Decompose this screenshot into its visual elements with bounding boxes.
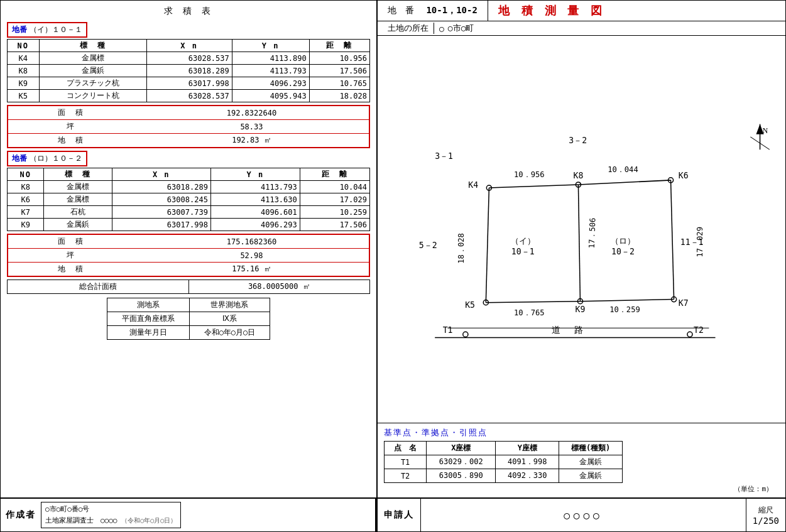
table-row: 17.506 [309, 65, 369, 77]
table-row: K9 [8, 219, 44, 231]
location-value: ○ ○市○町 [439, 23, 474, 34]
table-row: K8 [8, 65, 40, 77]
col-xn: X n [146, 40, 232, 52]
col-type-b: 標 種 [44, 168, 112, 181]
col-no: NO [8, 40, 40, 52]
table-row: 63028.537 [146, 90, 232, 102]
svg-text:10．044: 10．044 [608, 165, 638, 174]
list-item: 63005．890 [427, 469, 496, 483]
svg-line-7 [671, 180, 674, 300]
svg-text:（イ）: （イ） [511, 236, 535, 246]
parcel-a-label: 地番 [12, 24, 27, 35]
svg-text:18．028: 18．028 [457, 233, 466, 264]
table-row: 金属鋲 [44, 219, 112, 231]
table-row: 4113.793 [210, 181, 300, 193]
coord-system-table: 測地系 世界測地系 平面直角座標系 Ⅸ系 測量年月日 令和○年○月○日 [107, 298, 270, 340]
svg-line-10 [578, 185, 580, 301]
tsubo-label-a: 坪 [8, 120, 134, 134]
chiseki-value-a: 192.83 ㎡ [134, 134, 369, 148]
table-row: 金属標 [44, 193, 112, 206]
col-yn: Y n [232, 40, 309, 52]
svg-text:10．765: 10．765 [514, 308, 545, 317]
col-dist: 距 離 [309, 40, 369, 52]
table-row: 石杭 [44, 206, 112, 219]
ref-col-name: 点 名 [385, 442, 427, 455]
svg-point-20 [687, 332, 692, 337]
table-row: 17.029 [300, 193, 369, 206]
table-row: 4095.943 [232, 90, 309, 102]
scale-value: 1/250 [753, 516, 779, 526]
coord-row2-label: 平面直角座標系 [107, 312, 190, 326]
parcel-b-label: 地番 [12, 153, 27, 164]
scale-label: 縮尺 [758, 505, 773, 516]
list-item: 金属鋲 [559, 455, 623, 469]
table-row: K6 [8, 193, 44, 206]
svg-text:K7: K7 [679, 298, 689, 308]
coord-row1-value: 世界測地系 [189, 298, 270, 312]
svg-text:10．956: 10．956 [514, 170, 545, 179]
table-row: 17.506 [300, 219, 369, 231]
table-row: 63017.998 [112, 219, 210, 231]
svg-text:17．506: 17．506 [587, 217, 598, 248]
table-row: 18.028 [309, 90, 369, 102]
table-row: 4113.890 [232, 52, 309, 65]
ref-points-table: 点 名 X座標 Y座標 標種(種類) T163029．0024091．998金属… [384, 441, 623, 483]
applicant-value: ○○○○ [421, 499, 746, 531]
svg-text:K4: K4 [468, 180, 478, 190]
svg-text:（ロ）: （ロ） [611, 236, 635, 246]
total-label: 総合計面積 [8, 280, 189, 294]
table-row: 4096.601 [210, 206, 300, 219]
table-row: 10.956 [309, 52, 369, 65]
header-title: 地 積 測 量 図 [498, 3, 604, 18]
coord-row3-value: 令和○年○月○日 [189, 326, 270, 340]
menseki-value-b: 175.1682360 [134, 235, 369, 249]
list-item: T1 [385, 455, 427, 469]
table-row: プラスチック杭 [39, 77, 146, 90]
creator-address2: 土地家屋調査士 ○○○○ （令和○年○月○日） [45, 515, 177, 526]
svg-text:17．029: 17．029 [696, 227, 704, 258]
parcel-a-table: NO 標 種 X n Y n 距 離 K4金属標63028.5374113.89… [7, 39, 370, 102]
parcel-b-chiban: （ロ）１０－２ [30, 153, 82, 164]
svg-text:N: N [763, 126, 768, 135]
table-row: 金属標 [39, 52, 146, 65]
table-row: 金属鋲 [39, 65, 146, 77]
chiseki-label-a: 地 積 [8, 134, 134, 148]
coord-row3-label: 測量年月日 [107, 326, 190, 340]
creator-label: 作成者 [6, 509, 36, 521]
list-item: 4092．330 [496, 469, 559, 483]
menseki-label-b: 面 積 [8, 235, 134, 249]
col-yn-b: Y n [210, 168, 300, 181]
ref-col-type: 標種(種類) [559, 442, 623, 455]
svg-text:5－2: 5－2 [419, 241, 437, 250]
menseki-label-a: 面 積 [8, 106, 134, 120]
chiseki-label-b: 地 積 [8, 263, 134, 276]
col-no-b: NO [8, 168, 44, 181]
table-row: 4096.293 [210, 219, 300, 231]
table-row: K9 [8, 77, 40, 90]
col-dist-b: 距 離 [300, 168, 369, 181]
svg-text:道　路: 道 路 [552, 325, 586, 335]
table-row: 63018.289 [112, 181, 210, 193]
table-row: 10.765 [309, 77, 369, 90]
total-table: 総合計面積 368.0005000 ㎡ [7, 280, 370, 294]
svg-text:K5: K5 [465, 300, 475, 310]
table-row: K5 [8, 90, 40, 102]
parcel-b-summary: 面 積 175.1682360 坪 52.98 地 積 175.16 ㎡ [7, 234, 370, 277]
table-row: 63018.289 [146, 65, 232, 77]
svg-text:3－2: 3－2 [569, 136, 587, 145]
ref-points-section: 基準点・準拠点・引照点 点 名 X座標 Y座標 標種(種類) T163029．0… [378, 423, 785, 497]
svg-text:K6: K6 [679, 171, 689, 180]
svg-line-4 [486, 188, 489, 303]
table-row: コンクリート杭 [39, 90, 146, 102]
table-row: K7 [8, 206, 44, 219]
table-row: 4096.293 [232, 77, 309, 90]
parcel-a-summary: 面 積 192.8322640 坪 58.33 地 積 192.83 ㎡ [7, 105, 370, 148]
table-row: K4 [8, 52, 40, 65]
table-row: 金属標 [44, 181, 112, 193]
col-xn-b: X n [112, 168, 210, 181]
svg-text:10－1: 10－1 [511, 247, 535, 256]
coord-row2-value: Ⅸ系 [189, 312, 270, 326]
svg-text:K9: K9 [576, 305, 586, 314]
col-type: 標 種 [39, 40, 146, 52]
diagram-area: N [378, 36, 785, 423]
